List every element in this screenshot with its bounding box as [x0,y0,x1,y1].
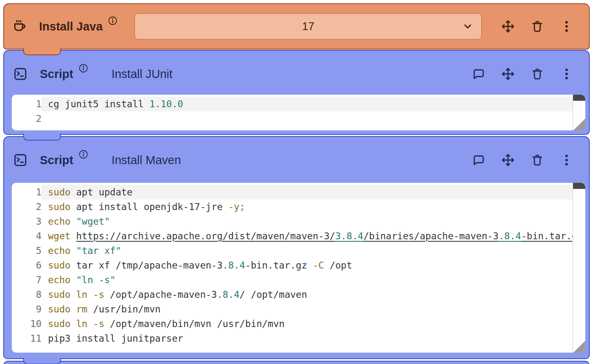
comment-button[interactable] [472,67,486,81]
code-editor[interactable]: 1sudo apt update2sudo apt install openjd… [12,183,585,353]
coffee-cup-icon [12,19,27,34]
code-line-content: sudo rm /usr/bin/mvn [41,302,573,316]
code-line-content: echo "tar xf" [41,243,573,258]
script-block-install-junit[interactable]: Script Install JUnit 1cg [3,50,590,135]
code-line-content: sudo apt install openjdk-17-jre -y; [41,199,573,214]
info-icon[interactable] [78,149,89,160]
script-name: Install JUnit [111,67,172,81]
move-button[interactable] [501,20,515,33]
code-line: 7echo "ln -s" [12,273,585,287]
connector-tab [23,48,61,55]
line-number: 6 [12,258,41,273]
comment-icon [472,153,486,167]
code-line: 11pip3 install junitparser [12,331,585,346]
comment-icon [472,67,486,81]
line-number: 2 [12,111,41,126]
code-line-content: pip3 install junitparser [41,331,573,346]
line-number: 1 [12,97,41,111]
code-line: 1cg junit5 install 1.10.0 [12,97,585,111]
line-number: 10 [12,316,41,331]
block-actions [501,20,573,33]
code-line: 1sudo apt update [12,185,585,199]
move-icon [501,67,515,81]
code-line: 9sudo rm /usr/bin/mvn [12,302,585,316]
block-actions [472,153,573,167]
info-icon[interactable] [107,15,118,26]
workflow-canvas: Install Java 17 [0,0,593,364]
info-icon[interactable] [78,63,89,74]
install-java-block[interactable]: Install Java 17 [3,3,590,50]
line-number: 5 [12,243,41,258]
code-line: 2sudo apt install openjdk-17-jre -y; [12,199,585,214]
script-name: Install Maven [111,154,181,167]
kebab-menu-icon [560,20,573,33]
kebab-menu-icon [560,67,573,81]
menu-button[interactable] [560,20,573,33]
code-line: 8sudo ln -s /opt/apache-maven-3.8.4/ /op… [12,287,585,302]
line-number: 2 [12,199,41,214]
next-block-partial[interactable] [3,361,590,364]
block-title: Install Java [39,20,102,33]
scrollbar-thumb[interactable] [573,183,585,189]
script-block-install-maven[interactable]: Script Install Maven 1sud [3,136,590,359]
code-line: 4wget https://archive.apache.org/dist/ma… [12,229,585,243]
kebab-menu-icon [560,153,573,167]
delete-button[interactable] [530,67,544,81]
block-actions [472,67,573,81]
line-number: 4 [12,229,41,243]
scrollbar-thumb[interactable] [573,95,585,101]
move-icon [501,20,515,33]
install-java-header: Install Java 17 [4,4,589,49]
code-line: 2 [12,111,585,126]
code-line: 6sudo tar xf /tmp/apache-maven-3.8.4-bin… [12,258,585,273]
line-number: 11 [12,331,41,346]
resize-grip[interactable] [573,340,585,353]
menu-button[interactable] [560,67,573,81]
line-number: 9 [12,302,41,316]
java-version-value: 17 [135,14,481,39]
menu-button[interactable] [560,153,573,167]
line-number: 7 [12,273,41,287]
script-header: Script Install JUnit [4,51,589,97]
code-line-content: sudo ln -s /opt/maven/bin/mvn /usr/bin/m… [41,316,573,331]
code-line: 3echo "wget" [12,214,585,229]
code-line-content: echo "ln -s" [41,273,573,287]
code-line-content: sudo ln -s /opt/apache-maven-3.8.4/ /opt… [41,287,573,302]
move-button[interactable] [501,67,515,81]
script-header: Script Install Maven [4,137,589,183]
trash-icon [530,20,544,33]
comment-button[interactable] [472,153,486,167]
block-title: Script [40,154,73,167]
delete-button[interactable] [530,153,544,167]
code-line-content [41,111,573,126]
code-line-content: sudo apt update [41,185,573,199]
delete-button[interactable] [530,20,544,33]
line-number: 8 [12,287,41,302]
resize-grip[interactable] [573,118,585,130]
code-line-content: cg junit5 install 1.10.0 [41,97,573,111]
line-number: 1 [12,185,41,199]
terminal-icon [13,153,28,167]
java-version-dropdown[interactable]: 17 [134,13,482,40]
code-line-content: wget https://archive.apache.org/dist/mav… [41,229,573,243]
move-button[interactable] [501,153,515,167]
trash-icon [530,67,544,81]
line-number: 3 [12,214,41,229]
block-title: Script [40,67,73,81]
move-icon [501,153,515,167]
terminal-icon [13,67,28,81]
trash-icon [530,153,544,167]
connector-tab [23,134,61,141]
code-line-content: echo "wget" [41,214,573,229]
code-editor[interactable]: 1cg junit5 install 1.10.02 [12,95,585,130]
scrollbar-track[interactable] [573,183,585,353]
code-line-content: sudo tar xf /tmp/apache-maven-3.8.4-bin.… [41,258,573,273]
chevron-down-icon [462,20,474,32]
connector-tab [23,358,61,364]
code-line: 10sudo ln -s /opt/maven/bin/mvn /usr/bin… [12,316,585,331]
code-line: 5echo "tar xf" [12,243,585,258]
